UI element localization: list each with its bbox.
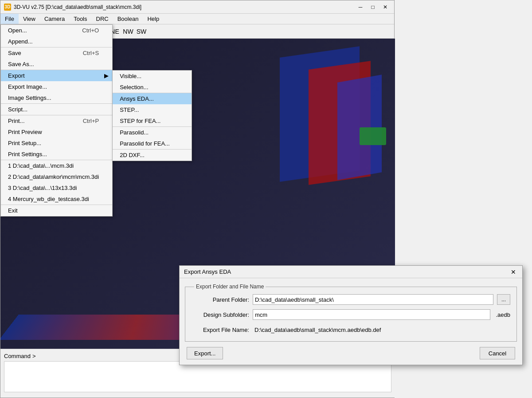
cancel-button[interactable]: Cancel <box>480 347 515 359</box>
dialog-titlebar: Export Ansys EDA ✕ <box>180 266 522 278</box>
menu-open[interactable]: Open... Ctrl+O <box>1 25 112 36</box>
menu-help[interactable]: Help <box>143 14 164 24</box>
title-bar: 3D 3D-VU v2.75 [D:\cad_data\aedb\small_s… <box>0 0 394 14</box>
submenu-visible[interactable]: Visible... <box>113 71 192 82</box>
export-button[interactable]: Export... <box>187 347 223 359</box>
aedb-suffix: .aedb <box>496 311 510 318</box>
submenu-step[interactable]: STEP... <box>113 104 192 115</box>
export-folder-fieldset: Export Folder and File Name Parent Folde… <box>185 284 517 342</box>
menu-export[interactable]: Export ▶ Visible... Selection... Ansys E… <box>1 70 112 81</box>
menu-print-preview[interactable]: Print Preview <box>1 126 112 138</box>
submenu-step-fea[interactable]: STEP for FEA... <box>113 115 192 127</box>
menu-script[interactable]: Script... <box>1 104 112 115</box>
menu-save-as[interactable]: Save As... <box>1 59 112 70</box>
toolbar-nw-button[interactable]: NW <box>122 26 134 37</box>
menu-file[interactable]: File <box>0 14 19 24</box>
toolbar-sw-button[interactable]: SW <box>135 26 148 37</box>
parent-folder-label: Parent Folder: <box>192 296 249 303</box>
file-menu: Open... Ctrl+O Append... Save Ctrl+S Sav… <box>0 24 113 217</box>
submenu-2d-dxf[interactable]: 2D DXF... <box>113 150 192 161</box>
menu-recent-3[interactable]: 3 D:\cad_data\...\13x13.3di <box>1 182 112 193</box>
design-subfolder-input[interactable] <box>253 309 490 320</box>
menu-exit[interactable]: Exit <box>1 205 112 216</box>
export-filename-row: Export File Name: D:\cad_data\aedb\small… <box>192 324 510 335</box>
menu-camera[interactable]: Camera <box>40 14 69 24</box>
menu-recent-4[interactable]: 4 Mercury_wb_die_testcase.3di <box>1 193 112 205</box>
dialog-buttons: Export... Cancel <box>185 347 517 359</box>
parent-folder-input[interactable] <box>253 294 493 305</box>
submenu-parasolid[interactable]: Parasolid... <box>113 127 192 138</box>
dialog-title: Export Ansys EDA <box>184 268 509 275</box>
submenu-parasolid-fea[interactable]: Parasolid for FEA... <box>113 138 192 150</box>
menu-save[interactable]: Save Ctrl+S <box>1 47 112 59</box>
dialog-close-button[interactable]: ✕ <box>509 268 518 276</box>
menu-recent-1[interactable]: 1 D:\cad_data\...\mcm.3di <box>1 160 112 171</box>
submenu-selection[interactable]: Selection... <box>113 82 192 93</box>
menu-append[interactable]: Append... <box>1 36 112 47</box>
menu-print-setup[interactable]: Print Setup... <box>1 138 112 149</box>
browse-button[interactable]: ... <box>497 294 510 305</box>
menu-bar: File View Camera Tools DRC Boolean Help <box>0 14 394 24</box>
design-subfolder-label: Design Subfolder: <box>192 311 249 318</box>
close-button[interactable]: ✕ <box>380 3 391 12</box>
command-input[interactable] <box>4 361 391 392</box>
menu-print[interactable]: Print... Ctrl+P <box>1 115 112 126</box>
menu-view[interactable]: View <box>19 14 40 24</box>
fieldset-legend: Export Folder and File Name <box>194 284 266 290</box>
submenu-ansys-eda[interactable]: Ansys EDA... <box>113 93 192 104</box>
menu-tools[interactable]: Tools <box>69 14 91 24</box>
export-filename-label: Export File Name: <box>192 327 249 333</box>
export-submenu: Visible... Selection... Ansys EDA... STE… <box>112 70 192 161</box>
app-icon: 3D <box>4 4 11 11</box>
export-filename-value: D:\cad_data\aedb\small_stack\mcm.aedb\ed… <box>253 324 510 335</box>
menu-drc[interactable]: DRC <box>92 14 113 24</box>
export-dialog: Export Ansys EDA ✕ Export Folder and Fil… <box>179 265 523 365</box>
menu-export-image[interactable]: Export Image... <box>1 81 112 92</box>
menu-image-settings[interactable]: Image Settings... <box>1 92 112 104</box>
menu-recent-2[interactable]: 2 D:\cad_data\amkor\mcm\mcm.3di <box>1 171 112 182</box>
dialog-body: Export Folder and File Name Parent Folde… <box>180 278 522 365</box>
design-subfolder-row: Design Subfolder: .aedb <box>192 309 510 320</box>
title-text: 3D-VU v2.75 [D:\cad_data\aedb\small_stac… <box>14 4 355 10</box>
minimize-button[interactable]: ─ <box>355 3 366 12</box>
parent-folder-row: Parent Folder: ... <box>192 294 510 305</box>
menu-boolean[interactable]: Boolean <box>113 14 143 24</box>
window-controls: ─ □ ✕ <box>355 3 391 12</box>
maximize-button[interactable]: □ <box>368 3 378 12</box>
menu-print-settings[interactable]: Print Settings... <box>1 149 112 160</box>
